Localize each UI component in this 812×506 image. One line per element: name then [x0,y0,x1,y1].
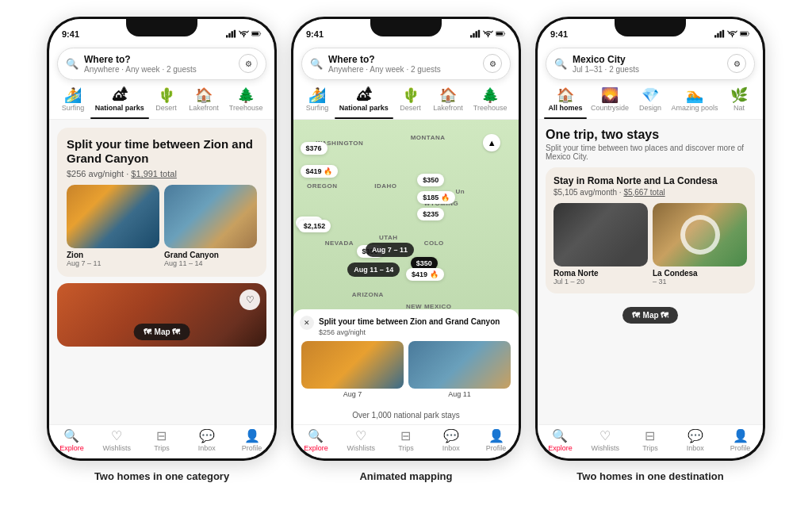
phone3-search-bar[interactable]: 🔍 Mexico City Jul 1–31 · 2 guests ⚙ [546,48,755,80]
svg-rect-5 [252,33,259,36]
phone3-status-icons [714,29,750,39]
battery-icon3 [740,29,750,39]
phone1-categories: 🏄Surfing 🏕National parks 🌵Desert 🏠Lakefr… [49,85,274,120]
phone3-content: One trip, two stays Split your time betw… [538,120,763,424]
map-label-or: OREGON [307,182,338,190]
panel-photo1: Aug 7 [301,341,404,398]
grand-canyon-photo-item: Grand Canyon Aug 11 – 14 [164,185,257,267]
search-text: Where to? Anywhere · Any week · 2 guests [84,54,233,74]
price-235[interactable]: $235 [417,208,444,220]
price-376[interactable]: $376 [301,142,327,155]
panel-close-btn[interactable]: ✕ [300,316,314,330]
phone2: 9:41 🔍 Where to? Anywhere · Any week · 2… [291,17,521,461]
nav-trips[interactable]: ⊟Trips [140,430,185,452]
map-screen[interactable]: WASHINGTON MONTANA OREGON IDAHO WYOMING … [293,120,519,406]
map-button[interactable]: 🗺 Map 🗺 [134,324,190,340]
split-photos: Zion Aug 7 – 11 Grand Canyon Aug 11 – 14 [67,185,257,267]
svg-rect-15 [722,30,724,38]
cat-lakefront[interactable]: 🏠Lakefront [184,85,224,119]
map-label-mt: MONTANA [411,134,446,141]
map-label-co: COLO [424,240,444,247]
search-icon: 🔍 [66,58,79,70]
zion-photo [67,185,159,248]
nav2-explore[interactable]: 🔍Explore [293,430,339,452]
cat2-national-parks[interactable]: 🏕National parks [335,85,393,119]
heart-button[interactable]: ♡ [239,289,260,310]
nav2-inbox[interactable]: 💬Inbox [428,430,473,452]
zion-photo-item: Zion Aug 7 – 11 [67,185,159,267]
phone1: 9:41 🔍 Where to? Anywhere · Any week · 2… [47,17,277,461]
cat3-nat[interactable]: 🌿Nat [722,85,756,119]
condesa-photo [653,203,747,266]
cat-treehouse[interactable]: 🌲Treehouse [224,85,268,119]
phone1-content: Split your time between Zion and Grand C… [49,120,274,424]
svg-rect-11 [496,33,503,36]
nav-explore[interactable]: 🔍Explore [49,430,94,452]
nav2-wishlists[interactable]: ♡Wishlists [339,430,384,452]
cat-national-parks[interactable]: 🏕National parks [90,85,149,119]
svg-rect-13 [717,33,718,38]
search-filter2[interactable]: ⚙ [483,54,502,73]
nav3-explore[interactable]: 🔍Explore [538,430,583,452]
cat2-lakefront[interactable]: 🏠Lakefront [428,85,469,119]
phone3-wrapper: 9:41 🔍 Mexico City Jul 1–31 · 2 guests ⚙ [535,17,765,482]
svg-rect-2 [232,31,233,37]
phone2-time: 9:41 [306,29,324,39]
phone3-status-bar: 9:41 [538,19,763,44]
cat2-treehouse[interactable]: 🌲Treehouse [468,85,512,119]
stay-card: Stay in Roma Norte and La Condesa $5,105… [546,167,755,293]
split-price: $256 avg/night · $1,991 total [67,169,257,178]
phone2-search-bar[interactable]: 🔍 Where to? Anywhere · Any week · 2 gues… [301,48,511,80]
nav-arrow[interactable]: ▲ [483,134,500,151]
cat3-countryside[interactable]: 🌄Countryside [587,85,633,119]
nav-wishlists[interactable]: ♡Wishlists [94,430,140,452]
nav2-profile[interactable]: 👤Profile [473,430,519,452]
svg-rect-12 [714,35,716,37]
price-419-or[interactable]: $419 🔥 [301,165,339,178]
search-icon3: 🔍 [554,58,567,70]
cat2-surfing[interactable]: 🏄Surfing [300,85,335,119]
cat-surfing[interactable]: 🏄Surfing [56,85,90,119]
search-filter[interactable]: ⚙ [239,54,258,73]
cat3-design[interactable]: 💎Design [633,85,668,119]
svg-rect-17 [741,33,747,36]
phone1-search-bar[interactable]: 🔍 Where to? Anywhere · Any week · 2 gues… [57,48,266,80]
map-icon3: 🗺 [632,311,640,320]
date-aug11-14[interactable]: Aug 11 – 14 [347,263,400,277]
roma-photo [553,203,648,266]
search-text2: Where to? Anywhere · Any week · 2 guests [328,54,477,74]
svg-rect-8 [476,31,477,37]
price-350-mt[interactable]: $350 [417,174,444,186]
wifi-icon3 [727,29,737,39]
phone3-bottom-nav: 🔍Explore ♡Wishlists ⊟Trips 💬Inbox 👤Profi… [538,424,763,458]
price-2152[interactable]: $2,152 [298,220,331,232]
nav-inbox[interactable]: 💬Inbox [184,430,229,452]
cat3-all-homes[interactable]: 🏠All homes [544,85,587,119]
over-stays: Over 1,000 national park stays [293,406,519,424]
map-bottom-panel: ✕ Split your time between Zion and Grand… [293,309,519,406]
date-aug7-11[interactable]: Aug 7 – 11 [366,243,414,257]
price-185[interactable]: $185 🔥 [417,191,455,204]
cat2-desert[interactable]: 🌵Desert [393,85,428,119]
battery-icon2 [496,29,506,39]
svg-rect-6 [470,35,472,37]
nav-profile[interactable]: 👤Profile [229,430,274,452]
wifi-icon2 [483,29,493,39]
cat-desert[interactable]: 🌵Desert [149,85,184,119]
nav3-trips[interactable]: ⊟Trips [628,430,673,452]
phone3-map-button[interactable]: 🗺 Map 🗺 [622,307,679,324]
phone2-status-icons [470,29,506,39]
svg-rect-1 [228,33,230,38]
cat3-amazing-pools[interactable]: 🏊Amazing pools [668,85,722,119]
nav3-inbox[interactable]: 💬Inbox [672,430,718,452]
map-label-right: Un [455,188,465,195]
nav3-profile[interactable]: 👤Profile [718,430,763,452]
phone1-caption: Two homes in one category [94,470,229,482]
phones-row: 9:41 🔍 Where to? Anywhere · Any week · 2… [47,17,765,482]
phone1-status-bar: 9:41 [49,19,274,44]
panel-photo2: Aug 11 [408,341,511,398]
nav2-trips[interactable]: ⊟Trips [384,430,429,452]
price-419-co[interactable]: $419 🔥 [406,268,444,281]
search-filter3[interactable]: ⚙ [727,54,746,73]
nav3-wishlists[interactable]: ♡Wishlists [583,430,628,452]
